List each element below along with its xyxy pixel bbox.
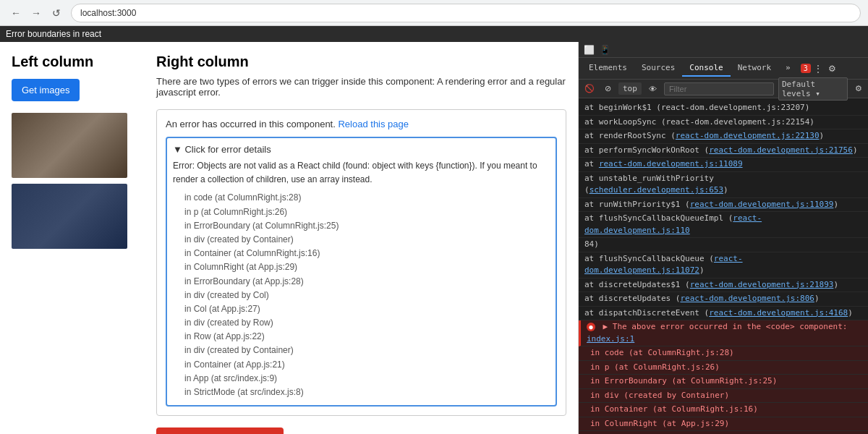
stack-line-14: in App (at src/index.js:9) [173, 372, 550, 386]
console-context: top [618, 82, 642, 95]
filter-input[interactable] [664, 82, 774, 95]
reload-button[interactable]: ↺ [48, 4, 65, 22]
window-title: Error boundaries in react [0, 26, 868, 42]
nav-buttons: ← → ↺ [7, 4, 65, 22]
devtools-tabs: Elements Sources Console Network » 3 ⋮ ⚙ [579, 58, 868, 80]
error-description: Error: Objects are not valid as a React … [173, 159, 550, 187]
address-bar[interactable]: localhost:3000 [71, 4, 861, 22]
stack-line-2: in p (at ColumnRight.js:26) [173, 205, 550, 219]
error-message: An error has occurred in this component.… [166, 119, 557, 129]
stack-line-7: in ErrorBoundary (at App.js:28) [173, 275, 550, 289]
webpage-panel: Left column Get images Right column Ther… [0, 42, 579, 434]
console-line: at performSyncWorkOnRoot (react-dom.deve… [579, 144, 868, 158]
console-filter-btn[interactable]: ⊘ [602, 82, 614, 95]
left-column-title: Left column [12, 54, 142, 70]
stack-line-8: in div (created by Col) [173, 289, 550, 302]
image-placeholder-2 [12, 184, 127, 249]
left-column: Left column Get images [12, 54, 142, 255]
url-text: localhost:3000 [80, 8, 136, 18]
error-block-1: ● ▶ The above error occurred in the <cod… [579, 320, 868, 346]
error-detail: in ErrorBoundary (at ColumnRight.js:25) [579, 375, 868, 389]
browser-chrome: ← → ↺ localhost:3000 [0, 0, 868, 26]
devtools-panel: ⬜ 📱 Elements Sources Console Network » 3… [579, 42, 868, 434]
stack-line-15: in StrictMode (at src/index.js:8) [173, 386, 550, 399]
stack-line-9: in Col (at App.js:27) [173, 302, 550, 316]
eye-btn[interactable]: 👁 [646, 83, 660, 95]
stack-line-1: in code (at ColumnRight.js:28) [173, 191, 550, 205]
console-line: 84) [579, 238, 868, 252]
console-line: at unstable_runWithPriority (scheduler.d… [579, 172, 868, 198]
tab-elements[interactable]: Elements [582, 60, 634, 77]
stack-line-3: in ErrorBoundary (at ColumnRight.js:25) [173, 219, 550, 233]
right-column: Right column There are two types of erro… [156, 54, 566, 434]
error-detail: in Container (at ColumnRight.js:16) [579, 403, 868, 417]
devtools-inspect-btn[interactable]: ⬜ [582, 43, 596, 57]
tab-network[interactable]: Network [731, 60, 778, 77]
error-box: An error has occurred in this component.… [156, 109, 566, 416]
right-column-title: Right column [156, 54, 566, 70]
error-detail: in code (at ColumnRight.js:28) [579, 346, 868, 361]
console-line: at discreteUpdates$1 (react-dom.developm… [579, 278, 868, 293]
webpage-content: Left column Get images Right column Ther… [0, 42, 578, 434]
error-detail: in ColumnRight (at App.js:29) [579, 417, 868, 432]
devtools-top-bar: ⬜ 📱 [579, 42, 868, 58]
replace-string-button[interactable]: Replace string with object [156, 427, 284, 434]
console-line: at react-dom.development.js:11089 [579, 158, 868, 172]
tab-console[interactable]: Console [682, 60, 730, 77]
forward-button[interactable]: → [27, 4, 45, 22]
error-detail: in p (at ColumnRight.js:26) [579, 361, 868, 375]
error-stack: Error: Objects are not valid as a React … [173, 159, 550, 399]
error-detail: in div (created by Container) [579, 389, 868, 404]
stack-line-4: in div (created by Container) [173, 233, 550, 247]
console-line: at runWithPriority$1 (react-dom.developm… [579, 198, 868, 213]
error-details-box: ▼ Click for error details Error: Objects… [166, 137, 557, 407]
stack-line-10: in div (created by Row) [173, 316, 550, 330]
stack-line-11: in Row (at App.js:22) [173, 330, 550, 344]
image-placeholder-1 [12, 113, 127, 178]
console-line: at flushSyncCallbackQueueImpl (react-dom… [579, 212, 868, 238]
tab-more[interactable]: » [778, 60, 798, 77]
console-line: at renderRootSync (react-dom.development… [579, 129, 868, 144]
error-badge: 3 [801, 64, 811, 73]
devtools-settings-btn[interactable]: ⚙ [825, 61, 840, 76]
console-line: at workLoopSync (react-dom.development.j… [579, 116, 868, 130]
console-line: at discreteUpdates (react-dom.developmen… [579, 292, 868, 307]
reload-link[interactable]: Reload this page [338, 119, 409, 129]
clear-console-btn[interactable]: 🚫 [582, 82, 597, 95]
back-button[interactable]: ← [7, 4, 25, 22]
log-level-selector[interactable]: Default levels ▾ [778, 77, 848, 101]
error-details-summary[interactable]: ▼ Click for error details [173, 144, 550, 155]
main-container: Left column Get images Right column Ther… [0, 42, 868, 434]
get-images-button[interactable]: Get images [12, 79, 80, 101]
devtools-mobile-btn[interactable]: 📱 [597, 43, 612, 57]
console-output: at beginWork$1 (react-dom.development.js… [579, 98, 868, 434]
devtools-more-btn[interactable]: ⋮ [811, 61, 825, 76]
devtools-toolbar: 🚫 ⊘ top 👁 Default levels ▾ ⚙ [579, 80, 868, 98]
description-text: There are two types of errors we can tri… [156, 76, 566, 98]
stack-line-5: in Container (at ColumnRight.js:16) [173, 247, 550, 260]
console-line: at flushSyncCallbackQueue (react-dom.dev… [579, 252, 868, 278]
console-line: at beginWork$1 (react-dom.development.js… [579, 101, 868, 116]
stack-line-6: in ColumnRight (at App.js:29) [173, 260, 550, 274]
gear-icon[interactable]: ⚙ [852, 82, 865, 95]
stack-line-12: in div (created by Container) [173, 344, 550, 357]
error-detail: in ErrorBoundary (at App.js:28) [579, 431, 868, 434]
tab-sources[interactable]: Sources [634, 60, 682, 77]
console-line: at dispatchDiscreteEvent (react-dom.deve… [579, 307, 868, 321]
stack-line-13: in Container (at App.js:21) [173, 358, 550, 372]
